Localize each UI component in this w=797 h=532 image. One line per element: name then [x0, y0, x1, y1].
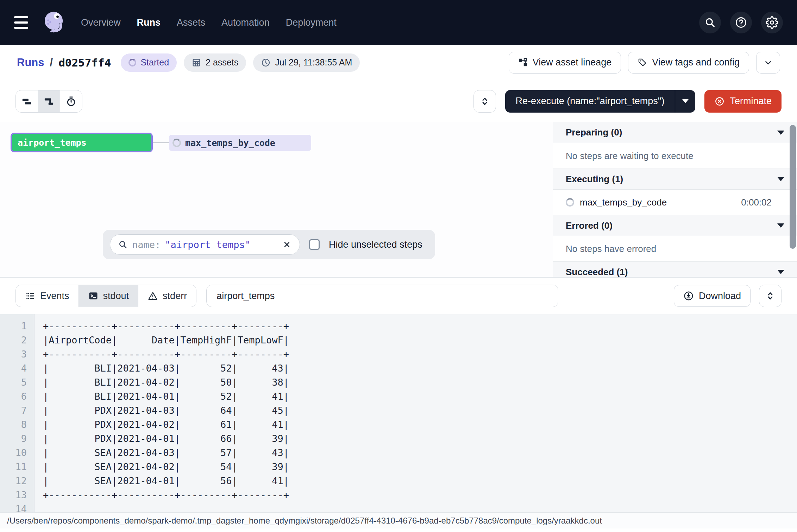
log-line-number: 14 [0, 502, 34, 512]
breadcrumb-separator: / [50, 56, 53, 69]
cancel-circle-icon [714, 96, 725, 107]
log-line: 2|AirportCode| Date|TempHighF|TempLowF| [0, 333, 797, 347]
dagster-logo-icon [41, 9, 68, 36]
graph-search-bar: name:"airport_temps" Hide unselected ste… [103, 230, 435, 259]
search-icon [118, 240, 128, 249]
gantt-waterfall-view-button[interactable] [38, 90, 60, 113]
spinner-icon [128, 59, 136, 66]
scrollbar-thumb[interactable] [790, 125, 796, 249]
gantt-graph-canvas[interactable]: airport_temps max_temps_by_code name:"ai… [0, 122, 553, 277]
log-tabs: Events stdout stderr [15, 285, 196, 307]
gear-icon [766, 16, 778, 29]
search-button[interactable] [699, 12, 721, 33]
clear-query-button[interactable] [282, 240, 292, 249]
dagster-run-page: Overview Runs Assets Automation Deployme… [0, 0, 797, 532]
reexecute-split-button: Re-execute (name:"airport_temps") [505, 90, 696, 113]
log-line: 8| PDX|2021-04-02| 61| 41| [0, 418, 797, 432]
status-badge[interactable]: Started [121, 53, 177, 72]
log-line-number: 5 [0, 375, 34, 390]
tab-label: stdout [103, 291, 129, 302]
node-label: airport_temps [18, 138, 87, 148]
log-step-filter-input[interactable] [206, 285, 558, 307]
executing-step-row[interactable]: max_temps_by_code 0:00:02 [553, 190, 797, 215]
graph-node-airport-temps[interactable]: airport_temps [11, 133, 153, 152]
log-line: 11| SEA|2021-04-02| 54| 39| [0, 460, 797, 474]
errored-empty-message: No steps have errored [553, 236, 797, 261]
breadcrumb-runs-link[interactable]: Runs [17, 56, 44, 69]
section-header-preparing[interactable]: Preparing (0) [553, 122, 797, 143]
reexecute-dropdown-button[interactable] [675, 90, 695, 113]
spinner-icon [172, 139, 181, 147]
terminate-button[interactable]: Terminate [704, 90, 782, 113]
log-line-number: 13 [0, 488, 34, 502]
section-header-executing[interactable]: Executing (1) [553, 169, 797, 190]
tab-stderr[interactable]: stderr [138, 285, 196, 307]
assets-badge[interactable]: 2 assets [184, 53, 246, 72]
nav-item-deployment[interactable]: Deployment [286, 17, 337, 28]
nav-item-runs[interactable]: Runs [137, 17, 161, 28]
reexecute-button[interactable]: Re-execute (name:"airport_temps") [505, 90, 675, 113]
log-line-number: 8 [0, 418, 34, 432]
download-button[interactable]: Download [674, 285, 751, 307]
log-line: 7| PDX|2021-04-03| 64| 45| [0, 404, 797, 418]
view-asset-lineage-button[interactable]: View asset lineage [509, 52, 621, 74]
stdout-log-view[interactable]: 1+-----------+----------+---------+-----… [0, 314, 797, 512]
log-line-text: +-----------+----------+---------+------… [34, 319, 289, 333]
section-header-succeeded[interactable]: Succeeded (1) [553, 261, 797, 277]
tag-icon [638, 58, 647, 67]
warning-triangle-icon [148, 291, 158, 301]
spinner-icon [566, 198, 574, 207]
tab-label: stderr [163, 291, 187, 302]
log-line: 3+-----------+----------+---------+-----… [0, 347, 797, 361]
help-button[interactable] [730, 12, 752, 33]
nav-item-automation[interactable]: Automation [221, 17, 270, 28]
timestamp-label: Jul 29, 11:38:55 AM [275, 57, 352, 68]
log-line-text: | SEA|2021-04-01| 56| 41| [34, 474, 289, 488]
more-actions-button[interactable] [756, 52, 780, 74]
logs-actions: Download [674, 285, 782, 307]
terminal-icon [88, 291, 99, 301]
log-line: 12| SEA|2021-04-01| 56| 41| [0, 474, 797, 488]
nav-item-assets[interactable]: Assets [177, 17, 205, 28]
table-grid-icon [192, 58, 201, 68]
timer-view-button[interactable] [60, 90, 82, 113]
logs-expander-button[interactable] [759, 285, 782, 307]
run-badges: Started 2 assets Jul 29, 11:38:55 AM [121, 53, 360, 72]
menu-button[interactable] [14, 16, 30, 29]
view-tags-config-button[interactable]: View tags and config [628, 52, 749, 74]
step-query-input[interactable]: name:"airport_temps" [110, 234, 300, 255]
logs-section: Events stdout stderr [0, 278, 797, 528]
log-line-text: | PDX|2021-04-02| 61| 41| [34, 418, 289, 432]
chevron-down-icon [777, 131, 784, 135]
tab-events[interactable]: Events [15, 285, 79, 307]
log-file-path: /Users/ben/repos/components_demo/spark-d… [7, 516, 602, 526]
log-line-text [34, 502, 43, 512]
node-label: max_temps_by_code [185, 138, 275, 148]
gantt-flat-view-button[interactable] [15, 90, 38, 113]
tab-label: Events [40, 291, 69, 302]
log-line: 9| PDX|2021-04-01| 66| 39| [0, 432, 797, 446]
graph-node-max-temps-by-code[interactable]: max_temps_by_code [169, 135, 311, 151]
hide-unselected-label: Hide unselected steps [329, 239, 422, 250]
log-line-text: +-----------+----------+---------+------… [34, 488, 289, 502]
step-status-panel: Preparing (0) No steps are waiting to ex… [553, 122, 797, 277]
view-tags-config-label: View tags and config [652, 57, 740, 68]
log-line-text: +-----------+----------+---------+------… [34, 347, 289, 361]
nav-item-overview[interactable]: Overview [81, 17, 121, 28]
download-label: Download [699, 291, 741, 302]
reexecute-label: Re-execute (name:"airport_temps") [516, 96, 665, 107]
zoom-expander-button[interactable] [473, 90, 496, 113]
step-name: max_temps_by_code [580, 197, 667, 208]
query-value: "airport_temps" [165, 239, 251, 250]
section-header-errored[interactable]: Errored (0) [553, 215, 797, 236]
hide-unselected-checkbox[interactable] [309, 239, 320, 250]
stopwatch-icon [65, 95, 77, 107]
nav-actions [699, 12, 783, 33]
chevron-down-icon [777, 223, 784, 228]
settings-button[interactable] [761, 12, 783, 33]
tab-stdout[interactable]: stdout [79, 285, 139, 307]
log-line-number: 9 [0, 432, 34, 446]
log-line-number: 4 [0, 361, 34, 375]
run-header-actions: View asset lineage View tags and config [509, 52, 780, 74]
search-icon [704, 17, 716, 28]
